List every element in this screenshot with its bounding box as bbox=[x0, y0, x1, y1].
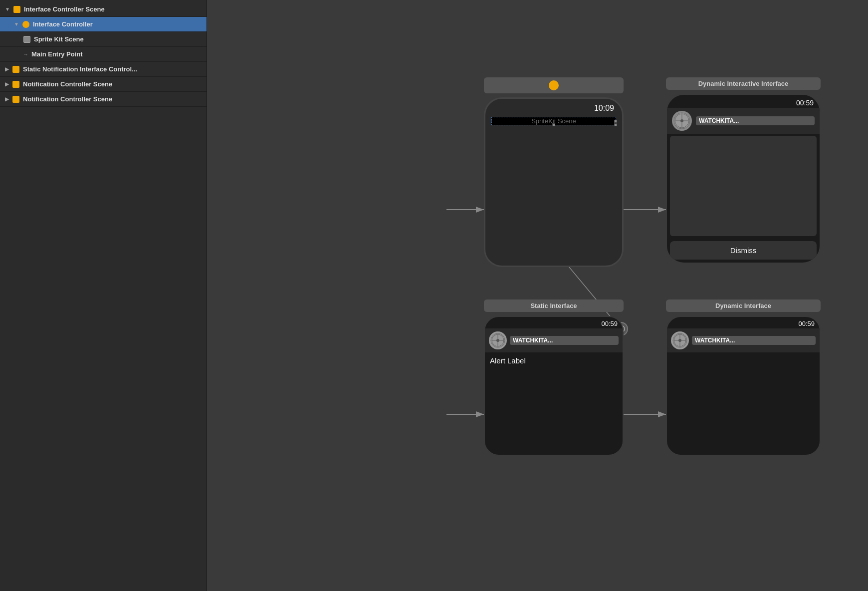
alert-label: Alert Label bbox=[490, 356, 526, 365]
notification-icon bbox=[12, 95, 20, 103]
sidebar-item-notification-controller-1[interactable]: ▶ Notification Controller Scene bbox=[0, 77, 207, 92]
sidebar-item-label: Notification Controller Scene bbox=[23, 95, 112, 103]
sidebar-item-label: Notification Controller Scene bbox=[23, 80, 112, 88]
notification-icon bbox=[12, 65, 20, 73]
notification-icon bbox=[12, 80, 20, 88]
watch-header: 00:59 bbox=[485, 317, 623, 328]
dynamic-watch: 00:59 WATCHKITA... bbox=[666, 316, 821, 456]
dynamic-interactive-watch: 00:59 WATCHKITA... bbox=[666, 94, 821, 264]
dynamic-interactive-scene: Dynamic Interactive Interface 00:59 bbox=[666, 77, 821, 264]
expand-arrow: ▶ bbox=[5, 81, 9, 87]
sidebar-item-static-notification[interactable]: ▶ Static Notification Interface Control.… bbox=[0, 62, 207, 77]
app-name-area: WATCHKITA... bbox=[696, 116, 815, 125]
watch-time: 00:59 bbox=[601, 320, 618, 327]
handle-bottom-right[interactable] bbox=[614, 123, 617, 126]
sidebar: ▼ Interface Controller Scene ▼ Interface… bbox=[0, 0, 207, 591]
static-watch: 00:59 WATCHKITA... Alert Label bbox=[484, 316, 624, 456]
handle-bottom[interactable] bbox=[552, 123, 555, 126]
main-canvas: 10:09 SpriteKit Scene Dynamic Interactiv… bbox=[207, 0, 868, 591]
sidebar-item-label: Sprite Kit Scene bbox=[34, 35, 84, 43]
sidebar-item-label: Interface Controller bbox=[33, 20, 93, 28]
static-interface-label: Static Interface bbox=[484, 299, 624, 312]
expand-arrow: ▶ bbox=[5, 96, 9, 102]
dynamic-interface-label: Dynamic Interface bbox=[666, 299, 821, 312]
app-name-label: WATCHKITA... bbox=[696, 116, 815, 125]
dynamic-body bbox=[667, 352, 820, 455]
dismiss-button[interactable]: Dismiss bbox=[670, 241, 817, 260]
watch-header: 00:59 bbox=[667, 317, 820, 328]
scene-top-icon bbox=[549, 80, 559, 90]
sidebar-item-interface-controller-scene[interactable]: ▼ Interface Controller Scene bbox=[0, 2, 207, 17]
expand-arrow: ▼ bbox=[14, 21, 19, 27]
static-interface-scene: Static Interface 00:59 WATCHKITA... bbox=[484, 299, 624, 456]
compass-icon bbox=[671, 331, 689, 349]
controller-icon bbox=[22, 20, 30, 28]
notification-body bbox=[670, 136, 817, 236]
dynamic-interface-scene: Dynamic Interface 00:59 WATCHKITA... bbox=[666, 299, 821, 456]
sidebar-item-label: Main Entry Point bbox=[31, 50, 83, 58]
notification-header: WATCHKITA... bbox=[667, 328, 820, 352]
handle-right[interactable] bbox=[614, 120, 617, 123]
expand-arrow: ▼ bbox=[5, 6, 10, 12]
watch-time: 00:59 bbox=[798, 320, 815, 327]
sidebar-item-main-entry-point[interactable]: → Main Entry Point bbox=[0, 47, 207, 62]
sprite-icon bbox=[23, 35, 31, 43]
sidebar-item-label: Static Notification Interface Control... bbox=[23, 65, 137, 73]
sidebar-item-label: Interface Controller Scene bbox=[24, 5, 105, 13]
compass-icon bbox=[672, 111, 692, 131]
main-scene-container: 10:09 SpriteKit Scene bbox=[484, 77, 624, 267]
arrow-icon: → bbox=[23, 51, 28, 57]
notification-header: WATCHKITA... bbox=[667, 108, 820, 134]
svg-point-12 bbox=[680, 119, 683, 122]
compass-icon bbox=[489, 331, 507, 349]
alert-area: Alert Label bbox=[485, 352, 623, 455]
main-watch: 10:09 SpriteKit Scene bbox=[484, 97, 624, 267]
sidebar-item-notification-controller-2[interactable]: ▶ Notification Controller Scene bbox=[0, 92, 207, 107]
watch-time: 10:09 bbox=[485, 99, 622, 115]
sidebar-item-interface-controller[interactable]: ▼ Interface Controller bbox=[0, 17, 207, 32]
scene-icon bbox=[13, 5, 21, 13]
app-name-label: WATCHKITA... bbox=[692, 336, 816, 345]
svg-point-17 bbox=[496, 339, 499, 342]
spritekit-area: SpriteKit Scene bbox=[491, 117, 616, 125]
expand-arrow: ▶ bbox=[5, 66, 9, 72]
svg-point-22 bbox=[678, 339, 681, 342]
sidebar-item-sprite-kit-scene[interactable]: Sprite Kit Scene bbox=[0, 32, 207, 47]
watch-time: 00:59 bbox=[796, 99, 814, 107]
app-name-label: WATCHKITA... bbox=[510, 336, 619, 345]
notification-header: WATCHKITA... bbox=[485, 328, 623, 352]
watch-header: 00:59 bbox=[667, 95, 820, 108]
dynamic-interactive-label: Dynamic Interactive Interface bbox=[666, 77, 821, 90]
